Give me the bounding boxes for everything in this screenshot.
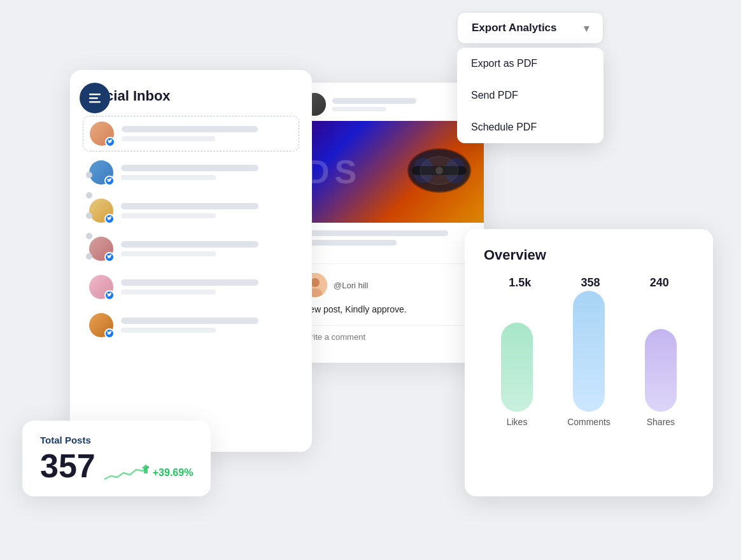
inbox-title: Social Inbox bbox=[88, 88, 299, 104]
stat-likes: 1.5k bbox=[509, 276, 531, 290]
list-item[interactable] bbox=[83, 270, 299, 304]
avatar-wrap bbox=[89, 160, 113, 185]
item-name-line bbox=[121, 279, 258, 286]
comments-value: 358 bbox=[581, 276, 600, 290]
total-posts-card: Total Posts 357 +39.69% bbox=[22, 421, 211, 496]
avatar-wrap bbox=[89, 275, 113, 299]
social-inbox-panel: Social Inbox bbox=[70, 70, 312, 452]
post-lines bbox=[303, 230, 474, 246]
item-preview-line bbox=[121, 328, 216, 333]
sidebar-dot[interactable] bbox=[86, 213, 92, 219]
platform-badge bbox=[104, 176, 115, 186]
item-content bbox=[121, 318, 293, 333]
bars-chart: Likes Comments Shares bbox=[484, 300, 694, 427]
item-content bbox=[122, 126, 292, 141]
post-bottom bbox=[293, 223, 484, 263]
bar-likes-label: Likes bbox=[507, 417, 528, 427]
item-preview-line bbox=[121, 213, 216, 218]
growth-percentage: +39.69% bbox=[153, 467, 194, 479]
platform-badge bbox=[104, 214, 115, 224]
platform-badge bbox=[104, 328, 115, 339]
item-content bbox=[121, 279, 293, 295]
second-post-user: @Lori hill bbox=[303, 273, 474, 297]
platform-badge bbox=[104, 252, 115, 262]
item-name-line bbox=[121, 165, 258, 171]
list-item[interactable] bbox=[83, 232, 299, 266]
overview-stats: 1.5k 358 240 bbox=[484, 276, 694, 290]
export-dropdown-menu: Export as PDF Send PDF Schedule PDF bbox=[457, 48, 603, 143]
item-preview-line bbox=[121, 290, 216, 295]
likes-value: 1.5k bbox=[509, 276, 531, 290]
post-subtitle-skeleton bbox=[332, 107, 386, 111]
total-posts-count: 357 bbox=[40, 449, 95, 482]
post-line bbox=[303, 230, 448, 236]
comment-input[interactable] bbox=[303, 325, 474, 342]
platform-badge bbox=[104, 290, 115, 300]
sidebar-dot[interactable] bbox=[86, 172, 92, 178]
bar-shares-wrap: Shares bbox=[645, 329, 677, 427]
schedule-pdf-item[interactable]: Schedule PDF bbox=[457, 111, 603, 143]
item-preview-line bbox=[121, 251, 216, 256]
overview-title: Overview bbox=[484, 247, 694, 263]
post-line bbox=[303, 240, 397, 246]
export-dropdown: Export Analytics ▾ Export as PDF Send PD… bbox=[457, 12, 603, 143]
sidebar-dot[interactable] bbox=[86, 192, 92, 199]
second-post-section: @Lori hill New post, Kindly approve. bbox=[293, 263, 484, 351]
scene: Social Inbox bbox=[0, 0, 741, 560]
growth-sparkline bbox=[104, 463, 149, 482]
stat-comments: 358 bbox=[581, 276, 600, 290]
svg-rect-2 bbox=[89, 101, 101, 103]
item-name-line bbox=[121, 203, 258, 209]
export-pdf-item[interactable]: Export as PDF bbox=[457, 48, 603, 80]
post-name-skeleton bbox=[332, 98, 416, 104]
item-content bbox=[121, 165, 293, 180]
stat-shares: 240 bbox=[650, 276, 669, 290]
bar-comments bbox=[573, 291, 605, 412]
item-name-line bbox=[121, 241, 258, 248]
overview-card: Overview 1.5k 358 240 Likes Comments bbox=[465, 229, 713, 496]
second-post-message: New post, Kindly approve. bbox=[303, 304, 474, 316]
bar-likes-wrap: Likes bbox=[501, 323, 533, 427]
svg-rect-1 bbox=[89, 97, 98, 99]
shares-value: 240 bbox=[650, 276, 669, 290]
svg-marker-13 bbox=[141, 465, 149, 473]
export-analytics-button[interactable]: Export Analytics ▾ bbox=[457, 12, 603, 44]
list-item[interactable] bbox=[83, 155, 299, 190]
item-preview-line bbox=[121, 175, 216, 180]
post-image-label: DS bbox=[306, 153, 362, 191]
bar-shares bbox=[645, 329, 677, 412]
total-posts-label: Total Posts bbox=[40, 435, 193, 445]
svg-rect-0 bbox=[89, 94, 101, 95]
list-item[interactable] bbox=[83, 308, 299, 342]
list-item[interactable] bbox=[83, 116, 299, 151]
chevron-down-icon: ▾ bbox=[584, 22, 589, 34]
bar-comments-wrap: Comments bbox=[567, 291, 610, 427]
avatar-wrap bbox=[89, 313, 113, 337]
post-image: DS bbox=[293, 121, 484, 223]
post-header bbox=[293, 83, 484, 121]
item-name-line bbox=[121, 318, 258, 324]
list-item[interactable] bbox=[83, 193, 299, 228]
bar-comments-label: Comments bbox=[567, 417, 610, 427]
post-user-info bbox=[332, 98, 452, 111]
avatar-wrap bbox=[89, 237, 113, 261]
send-pdf-item[interactable]: Send PDF bbox=[457, 80, 603, 111]
svg-point-9 bbox=[435, 167, 443, 174]
export-btn-label: Export Analytics bbox=[472, 22, 557, 34]
post-preview-panel: DS bbox=[293, 83, 484, 363]
second-post-username: @Lori hill bbox=[334, 281, 368, 290]
bar-shares-label: Shares bbox=[647, 417, 675, 427]
item-name-line bbox=[122, 126, 258, 132]
growth-row: +39.69% bbox=[104, 463, 194, 482]
item-content bbox=[121, 203, 293, 218]
svg-point-11 bbox=[311, 278, 320, 287]
app-logo bbox=[80, 83, 110, 113]
sidebar-dot[interactable] bbox=[86, 233, 92, 239]
avatar-wrap bbox=[89, 199, 113, 223]
item-preview-line bbox=[122, 136, 215, 141]
platform-badge bbox=[105, 137, 115, 147]
sidebar-nav bbox=[86, 172, 92, 260]
item-content bbox=[121, 241, 293, 256]
avatar-wrap bbox=[90, 122, 114, 146]
sidebar-dot[interactable] bbox=[86, 253, 92, 260]
